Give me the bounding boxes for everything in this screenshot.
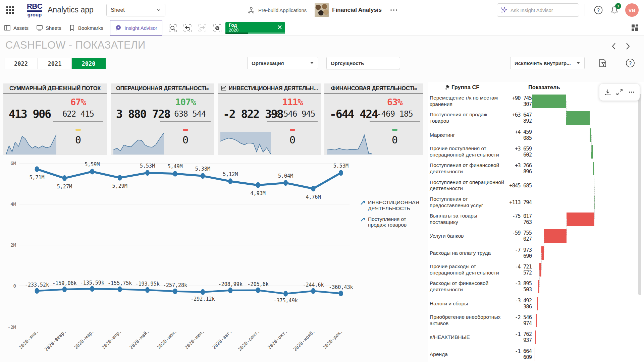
kpi-sparkline (220, 132, 271, 155)
table-row[interactable]: Аренда-1 664 609 (428, 346, 644, 362)
table-row[interactable]: Поступления от предоставления услуг+113 … (428, 194, 644, 211)
waterfall-connector (544, 236, 544, 253)
ask-insight-advisor-input[interactable] (511, 7, 568, 13)
object-hover-toolbar (599, 84, 640, 101)
help-circle-icon[interactable]: ? (625, 58, 635, 68)
table-row[interactable]: Прочие расходы от операционной деятельно… (428, 261, 644, 278)
kpi-title: СУММАРНЫЙ ДЕНЕЖНЫЙ ПОТОК (3, 83, 107, 94)
svg-text:5,53M: 5,53M (333, 163, 348, 169)
waterfall-bar[interactable] (544, 229, 566, 243)
table-row[interactable]: Поступления от финансовой деятельности+3… (428, 160, 644, 177)
waterfall-connector (537, 304, 537, 320)
column-header-indicator[interactable]: Показатель (528, 84, 560, 90)
table-row[interactable]: Выплаты за товары поставщику-75 017 763 (428, 211, 644, 228)
filter-progress (225, 33, 285, 34)
remove-filter-icon[interactable] (277, 24, 282, 30)
cashflow-line-chart[interactable]: 6M4M2M0-2M2020-янв.2020-февр.2020-мар.20… (0, 157, 426, 362)
table-row[interactable]: Услуги банков-59 755 027 (428, 228, 644, 244)
cf-indicator-value: -1 664 609 (505, 348, 532, 360)
next-sheet-icon[interactable] (623, 42, 632, 51)
header-divider (585, 4, 585, 16)
kpi-sparkline (6, 132, 56, 155)
cf-indicator-value: -3 895 503 (505, 281, 532, 293)
kpi-zero-value: 0 (53, 134, 103, 146)
previous-sheet-icon[interactable] (610, 42, 619, 51)
kpi-secondary-value: -2 546 945 (267, 109, 318, 119)
bookmarks-button[interactable]: Bookmarks (69, 20, 103, 36)
more-options-icon[interactable] (628, 88, 635, 96)
legend-item[interactable]: ИНВЕСТИЦИОННАЯ ДЕЯТЕЛЬНОСТЬ (361, 199, 424, 212)
redo-selection-icon[interactable] (197, 23, 207, 33)
svg-text:-360,43k: -360,43k (329, 284, 353, 290)
notifications-bell-icon[interactable]: 1 (610, 5, 619, 15)
cf-group-label: Прочие поступления от операционной деяте… (430, 145, 505, 158)
dashboard-sheet: CASHFLOW - ПОКАЗАТЕЛИ 202220212020 Орган… (0, 36, 644, 362)
kpi-card-4[interactable]: ФИНАНСОВАЯ ДЕЯТЕЛЬНОСТЬ-644 42463%-469 1… (324, 83, 423, 155)
table-row[interactable]: Расходы от финансовой деятельности-3 895… (428, 278, 644, 295)
kpi-sparkline (327, 132, 377, 155)
waterfall-connector (594, 186, 595, 202)
undo-selection-icon[interactable] (182, 23, 193, 33)
assets-button[interactable]: Assets (4, 20, 29, 36)
waterfall-bar[interactable] (541, 246, 544, 260)
document-filter-icon[interactable] (598, 58, 608, 68)
user-avatar[interactable]: VB (625, 3, 639, 17)
chevron-down-icon (156, 8, 161, 12)
app-thumbnail[interactable] (315, 3, 329, 17)
filter-chip-year[interactable]: Год 2020 (225, 22, 285, 34)
table-row[interactable]: Прочие поступления от операционной деяте… (428, 143, 644, 160)
prebuild-applications-link[interactable]: Pre-build Applications (258, 7, 307, 13)
svg-text:-193,95k: -193,95k (135, 281, 159, 287)
table-row[interactable]: Расходы на оплату труда-7 973 690 (428, 245, 644, 261)
current-app-name[interactable]: Financial Analysis (332, 7, 382, 13)
orgentity-field[interactable]: Оргсущность (326, 57, 400, 69)
svg-text:5,27M: 5,27M (57, 184, 72, 190)
kpi-secondary-value: 3 638 544 (160, 109, 211, 119)
waterfall-bar[interactable] (532, 95, 566, 108)
fullscreen-icon[interactable] (616, 88, 623, 96)
sheets-button[interactable]: Sheets (36, 20, 61, 36)
sheet-selector[interactable]: Sheet (106, 4, 165, 16)
more-menu-icon[interactable] (390, 9, 397, 11)
waterfall-connector (591, 135, 592, 152)
waterfall-connector (593, 152, 593, 169)
cf-group-label: я/НЕАКТИВНЫЕ (430, 334, 505, 341)
organization-dropdown[interactable]: Организация (247, 57, 318, 69)
insight-advisor-icon (115, 24, 122, 31)
insight-advisor-button[interactable]: Insight Advisor (110, 20, 162, 36)
kpi-card-1[interactable]: СУММАРНЫЙ ДЕНЕЖНЫЙ ПОТОК413 90667%622 41… (3, 83, 107, 155)
waterfall-connector (590, 118, 590, 135)
table-row[interactable]: Налоги и сборы-3 492 386 (428, 295, 644, 312)
waterfall-bar[interactable] (567, 213, 594, 226)
clear-selections-icon[interactable] (212, 23, 222, 33)
cf-waterfall-table[interactable]: Группа CF Показатель Перемещение г/к по … (428, 82, 644, 362)
help-icon[interactable]: ? (594, 5, 603, 15)
column-header-group-cf[interactable]: Группа CF (445, 84, 479, 90)
waterfall-connector (567, 219, 567, 236)
table-row[interactable]: Маркетинг+4 459 085 (428, 127, 644, 143)
kpi-trend-dash (183, 129, 188, 131)
page-title: CASHFLOW - ПОКАЗАТЕЛИ (5, 39, 146, 51)
table-row[interactable]: Поступления от продаж товаров+63 647 892 (428, 110, 644, 126)
table-row[interactable]: Поступления от операционной деятельности… (428, 177, 644, 194)
app-launcher-icon[interactable] (6, 6, 14, 14)
kpi-sparkline (113, 132, 164, 155)
insight-advisor-search[interactable] (497, 3, 579, 17)
year-button-2020[interactable]: 2020 (72, 58, 106, 69)
smart-search-icon[interactable] (168, 23, 178, 33)
waterfall-bar[interactable] (566, 111, 590, 125)
svg-text:-244,6k: -244,6k (303, 282, 324, 288)
kpi-title: ФИНАНСОВАЯ ДЕЯТЕЛЬНОСТЬ (324, 83, 423, 94)
kpi-card-3[interactable]: ИНВЕСТИЦИОННАЯ ДЕЯТЕЛЬН...-2 822 398111%… (218, 83, 321, 155)
kpi-divider (267, 121, 318, 122)
year-button-2021[interactable]: 2021 (38, 58, 72, 69)
kpi-card-2[interactable]: ОПЕРАЦИОННАЯ ДЕЯТЕЛЬНОСТЬ3 880 728107%3 … (111, 83, 214, 155)
exclude-intragroup-dropdown[interactable]: Исключить внутригр... (510, 57, 585, 69)
sheet-layout-icon[interactable] (631, 23, 639, 32)
year-button-2022[interactable]: 2022 (4, 58, 38, 69)
legend-item[interactable]: Поступления от продаж товаров (361, 216, 424, 228)
cf-group-label: Поступления от предоставления услуг (430, 196, 505, 209)
download-icon[interactable] (604, 88, 611, 96)
table-scrollbar[interactable] (638, 94, 641, 295)
cf-indicator-value: -1 762 937 (505, 331, 532, 343)
